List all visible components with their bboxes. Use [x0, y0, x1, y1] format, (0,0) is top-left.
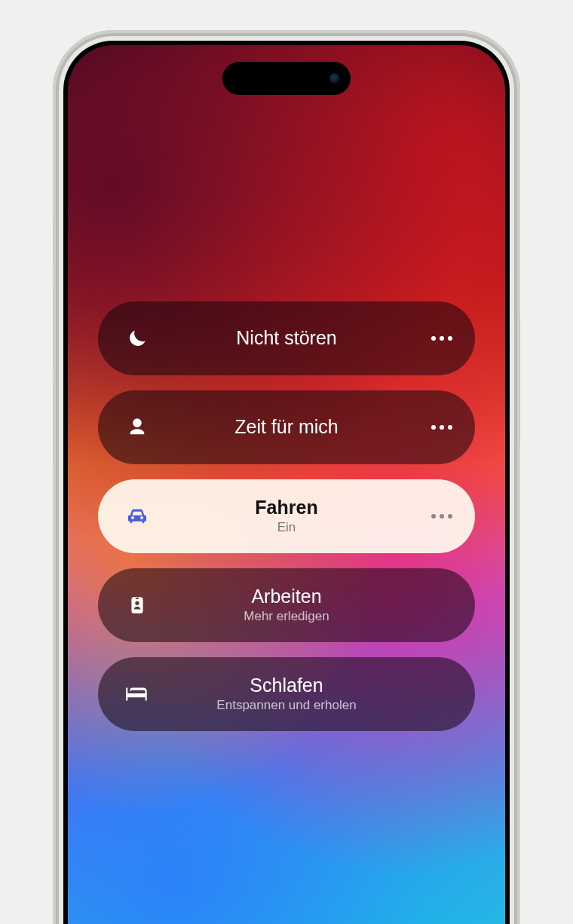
- moon-icon: [121, 327, 154, 350]
- more-icon[interactable]: [419, 425, 452, 430]
- focus-mode-sleep[interactable]: Schlafen Entspannen und erholen: [98, 657, 475, 731]
- focus-mode-subtitle: Ein: [277, 520, 296, 535]
- iphone-frame: Nicht stören Zeit für mich: [53, 30, 520, 924]
- focus-mode-personal[interactable]: Zeit für mich: [98, 390, 475, 464]
- phone-side-button: [53, 286, 54, 369]
- focus-mode-list: Nicht stören Zeit für mich: [68, 301, 505, 731]
- focus-mode-title: Fahren: [255, 497, 317, 519]
- dynamic-island: [222, 62, 351, 95]
- page-root: Nicht stören Zeit für mich: [0, 0, 573, 924]
- badge-icon: [121, 594, 154, 617]
- focus-mode-subtitle: Entspannen und erholen: [216, 698, 356, 713]
- more-icon[interactable]: [419, 514, 452, 519]
- car-icon: [121, 504, 154, 528]
- iphone-screen: Nicht stören Zeit für mich: [68, 45, 505, 924]
- more-icon[interactable]: [419, 336, 452, 341]
- person-icon: [121, 417, 154, 438]
- bed-icon: [121, 685, 154, 703]
- phone-side-button: [53, 219, 54, 264]
- focus-mode-driving[interactable]: Fahren Ein: [98, 479, 475, 553]
- phone-side-button: [519, 317, 520, 445]
- focus-mode-title: Arbeiten: [251, 586, 321, 607]
- focus-mode-work[interactable]: Arbeiten Mehr erledigen: [98, 568, 475, 642]
- focus-mode-do-not-disturb[interactable]: Nicht stören: [98, 301, 475, 375]
- focus-mode-subtitle: Mehr erledigen: [244, 609, 329, 624]
- focus-mode-title: Zeit für mich: [234, 417, 339, 438]
- focus-mode-title: Nicht stören: [236, 328, 336, 349]
- focus-mode-title: Schlafen: [250, 675, 323, 696]
- phone-side-button: [53, 384, 54, 467]
